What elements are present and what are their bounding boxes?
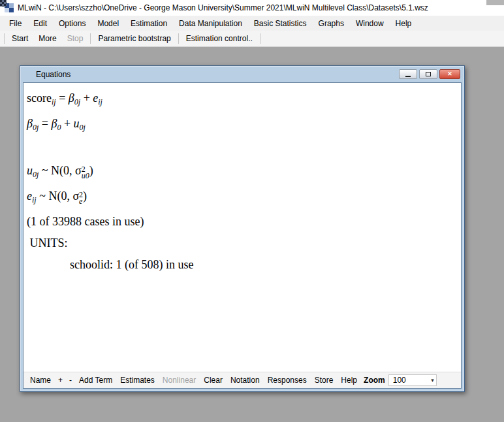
equations-window-title: Equations: [36, 70, 399, 79]
equation-line[interactable]: UNITS:: [27, 233, 457, 254]
equation-line[interactable]: schoolid: 1 (of 508) in use: [27, 254, 457, 276]
nonlinear-button: Nonlinear: [159, 374, 200, 387]
app-title-bar: MLwiN - C:\Users\szzho\OneDrive - George…: [0, 0, 504, 16]
close-button[interactable]: ✕: [439, 69, 460, 79]
more-button[interactable]: More: [33, 31, 61, 46]
equation-token: 0j: [74, 97, 80, 106]
equation-line[interactable]: eij ~ N(0, σ2e): [27, 186, 457, 211]
equation-line[interactable]: u0j ~ N(0, σ2u0): [27, 160, 457, 186]
toolbar-separator: [4, 33, 5, 44]
equation-line[interactable]: [27, 138, 457, 160]
equation-token: β: [69, 91, 74, 105]
menu-item-edit[interactable]: Edit: [27, 16, 53, 31]
zoom-select[interactable]: 100 ▾: [388, 374, 437, 386]
toolbar-separator: [178, 33, 179, 44]
minus-button[interactable]: -: [66, 374, 75, 387]
menu-item-file[interactable]: File: [3, 16, 27, 31]
equation-token: e: [27, 189, 32, 203]
maximize-icon: [426, 72, 431, 76]
screen-corner-artifact: [0, 0, 7, 7]
window-controls: ✕: [399, 69, 460, 79]
equations-canvas[interactable]: scoreij = β0j + eijβ0j = β0 + u0ju0j ~ N…: [24, 83, 461, 372]
menu-item-options[interactable]: Options: [53, 16, 91, 31]
menu-item-estimation[interactable]: Estimation: [125, 16, 173, 31]
stop-button: Stop: [62, 31, 89, 46]
zoom-value: 100: [393, 376, 406, 385]
estimation-control-button[interactable]: Estimation control..: [181, 31, 258, 46]
toolbar-separator: [260, 33, 260, 44]
notation-button[interactable]: Notation: [227, 374, 264, 387]
estimates-button[interactable]: Estimates: [116, 374, 159, 387]
add-term-button[interactable]: Add Term: [75, 374, 116, 387]
equation-token: σ: [75, 164, 82, 177]
equation-token: UNITS:: [27, 236, 68, 250]
responses-button[interactable]: Responses: [264, 374, 311, 387]
menu-item-graphs[interactable]: Graphs: [313, 16, 350, 31]
menu-item-data-manipulation[interactable]: Data Manipulation: [173, 16, 248, 31]
start-button[interactable]: Start: [7, 31, 33, 46]
equations-title-bar[interactable]: Equations ✕: [23, 66, 462, 82]
equation-token: ij: [52, 97, 56, 106]
equation-token: ): [89, 164, 93, 177]
equation-token: ~ N(0,: [37, 189, 73, 203]
equation-token: ij: [32, 195, 37, 204]
equations-window: Equations ✕ scoreij = β0j + eijβ0j = β0 …: [20, 65, 465, 392]
equation-token: 0j: [33, 170, 39, 179]
equation-token: +: [61, 117, 73, 130]
plus-button[interactable]: +: [55, 374, 66, 387]
equation-token: ): [83, 189, 87, 203]
client-area: Equations ✕ scoreij = β0j + eijβ0j = β0 …: [0, 47, 504, 422]
toolbar-separator: [90, 33, 91, 44]
equations-footer: Name + - Add Term Estimates Nonlinear Cl…: [24, 372, 461, 388]
equation-token: 2u0: [82, 166, 89, 179]
help-button[interactable]: Help: [337, 374, 361, 387]
equation-token: ~ N(0,: [39, 164, 75, 177]
equation-token: +: [80, 91, 93, 105]
menu-item-window[interactable]: Window: [350, 16, 390, 31]
equation-token: 0j: [33, 123, 39, 132]
minimize-button[interactable]: [399, 69, 417, 79]
equation-token: =: [56, 91, 69, 105]
menu-item-help[interactable]: Help: [390, 16, 418, 31]
equation-token: β: [27, 117, 33, 130]
equation-token: =: [39, 117, 51, 130]
close-icon: ✕: [447, 71, 452, 77]
screen-corner-artifact: [486, 0, 504, 5]
equation-token: (1 of 33988 cases in use): [27, 215, 144, 228]
equation-token: ij: [98, 97, 102, 106]
equation-token: σ: [72, 189, 79, 203]
parametric-bootstrap-button[interactable]: Parametric bootstrap: [93, 31, 176, 46]
equation-token: u: [27, 164, 33, 177]
equation-line[interactable]: (1 of 33988 cases in use): [27, 211, 457, 233]
menu-item-basic-statistics[interactable]: Basic Statistics: [248, 16, 313, 31]
tool-bar: Start More Stop Parametric bootstrap Est…: [0, 31, 504, 47]
menu-bar: File Edit Options Model Estimation Data …: [0, 16, 504, 31]
equations-body: scoreij = β0j + eijβ0j = β0 + u0ju0j ~ N…: [23, 82, 462, 389]
minimize-icon: [405, 76, 411, 77]
dropdown-arrow-icon: ▾: [431, 377, 434, 383]
store-button[interactable]: Store: [311, 374, 338, 387]
equation-token: 0j: [80, 123, 86, 132]
equation-line[interactable]: β0j = β0 + u0j: [27, 113, 457, 138]
equation-token: score: [27, 91, 52, 105]
zoom-label: Zoom: [361, 374, 388, 387]
equation-token: schoolid: 1 (of 508) in use: [70, 258, 193, 271]
name-button[interactable]: Name: [26, 374, 55, 387]
maximize-button[interactable]: [419, 69, 437, 79]
equation-line[interactable]: scoreij = β0j + eij: [27, 88, 457, 113]
app-title: MLwiN - C:\Users\szzho\OneDrive - George…: [18, 3, 428, 12]
clear-button[interactable]: Clear: [200, 374, 227, 387]
menu-item-model[interactable]: Model: [91, 16, 125, 31]
equation-token: u: [74, 117, 80, 130]
